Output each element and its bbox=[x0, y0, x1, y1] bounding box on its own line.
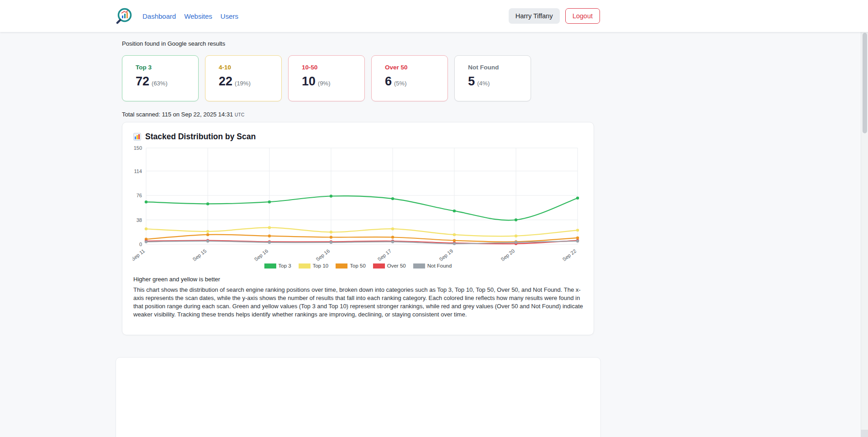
legend-label: Top 10 bbox=[313, 263, 329, 269]
legend-swatch bbox=[336, 263, 347, 269]
stats-cards-row: Top 3 72(63%) 4-10 22(19%) 10-50 10(9%) … bbox=[122, 55, 531, 101]
stat-percent: (63%) bbox=[152, 80, 168, 87]
svg-text:150: 150 bbox=[134, 145, 142, 151]
legend-item[interactable]: Top 10 bbox=[299, 263, 329, 269]
bar-chart-icon bbox=[133, 133, 141, 141]
stat-value: 72 bbox=[136, 74, 149, 88]
svg-text:38: 38 bbox=[137, 217, 142, 223]
nav-dashboard[interactable]: Dashboard bbox=[142, 12, 176, 20]
chart-description: This chart shows the distribution of sea… bbox=[133, 286, 584, 319]
stat-label: 4-10 bbox=[219, 64, 281, 71]
legend-item[interactable]: Not Found bbox=[413, 263, 452, 269]
stat-value-row: 10(9%) bbox=[302, 74, 364, 89]
stat-value-row: 6(5%) bbox=[385, 74, 447, 89]
stat-card-10-50: 10-50 10(9%) bbox=[288, 55, 365, 101]
intro-text: Position found in Google search results bbox=[122, 40, 225, 47]
svg-text:0: 0 bbox=[139, 242, 142, 247]
svg-text:Sep 15: Sep 15 bbox=[191, 248, 207, 261]
stat-value: 5 bbox=[468, 74, 475, 88]
stat-label: Over 50 bbox=[385, 64, 447, 71]
vertical-scrollbar[interactable] bbox=[861, 30, 868, 430]
nav-users[interactable]: Users bbox=[221, 12, 238, 20]
stat-value: 6 bbox=[385, 74, 392, 88]
nav-websites[interactable]: Websites bbox=[184, 12, 212, 20]
brand-logo[interactable] bbox=[115, 7, 133, 25]
user-menu-button[interactable]: Harry Tiffany bbox=[509, 8, 560, 24]
legend-swatch bbox=[413, 263, 425, 269]
stat-card-4-10: 4-10 22(19%) bbox=[205, 55, 282, 101]
chart-title: Stacked Distribution by Scan bbox=[133, 132, 584, 142]
stat-label: Top 3 bbox=[136, 64, 198, 71]
svg-text:Sep 16: Sep 16 bbox=[315, 248, 331, 261]
stat-value: 10 bbox=[302, 74, 316, 88]
legend-label: Over 50 bbox=[387, 263, 406, 269]
svg-text:Sep 17: Sep 17 bbox=[376, 248, 392, 261]
stat-value-row: 5(4%) bbox=[468, 74, 531, 89]
svg-text:Sep 16: Sep 16 bbox=[253, 248, 269, 261]
svg-text:114: 114 bbox=[134, 168, 142, 174]
svg-text:Sep 20: Sep 20 bbox=[500, 248, 516, 261]
app-root: Dashboard Websites Users Harry Tiffany L… bbox=[0, 0, 868, 437]
stat-percent: (4%) bbox=[477, 80, 489, 87]
svg-text:Sep 11: Sep 11 bbox=[132, 248, 146, 261]
stat-card-over50: Over 50 6(5%) bbox=[371, 55, 448, 101]
total-scanned-text: Total scanned: 115 on Sep 22, 2025 14:31… bbox=[122, 111, 244, 118]
svg-text:Sep 22: Sep 22 bbox=[561, 248, 577, 261]
stat-percent: (19%) bbox=[235, 80, 251, 87]
chart-legend: Top 3Top 10Top 50Over 50Not Found bbox=[132, 263, 584, 269]
stat-card-top3: Top 3 72(63%) bbox=[122, 55, 199, 101]
scrollbar-corner bbox=[861, 430, 868, 437]
logout-button[interactable]: Logout bbox=[565, 8, 600, 24]
legend-label: Top 3 bbox=[279, 263, 291, 269]
logo-icon bbox=[115, 7, 133, 25]
stat-percent: (9%) bbox=[318, 80, 330, 87]
top-navbar: Dashboard Websites Users Harry Tiffany L… bbox=[0, 0, 868, 32]
stat-card-not-found: Not Found 5(4%) bbox=[454, 55, 531, 101]
legend-label: Top 50 bbox=[350, 263, 366, 269]
stat-percent: (5%) bbox=[394, 80, 406, 87]
stat-value-row: 22(19%) bbox=[219, 74, 281, 89]
chart-title-text: Stacked Distribution by Scan bbox=[145, 132, 256, 142]
legend-swatch bbox=[373, 263, 385, 269]
total-scanned-timezone: UTC bbox=[235, 112, 244, 117]
chart-card: Stacked Distribution by Scan 03876114150… bbox=[122, 122, 594, 335]
next-section-card bbox=[116, 357, 601, 437]
legend-item[interactable]: Top 3 bbox=[264, 263, 291, 269]
legend-item[interactable]: Top 50 bbox=[336, 263, 366, 269]
stat-value-row: 72(63%) bbox=[136, 74, 198, 89]
legend-swatch bbox=[264, 263, 276, 269]
svg-text:76: 76 bbox=[137, 193, 142, 198]
legend-item[interactable]: Over 50 bbox=[373, 263, 406, 269]
svg-text:Sep 19: Sep 19 bbox=[438, 248, 454, 261]
legend-label: Not Found bbox=[427, 263, 452, 269]
stat-value: 22 bbox=[219, 74, 232, 88]
legend-swatch bbox=[299, 263, 310, 269]
navbar-actions: Harry Tiffany Logout bbox=[509, 0, 600, 32]
chart-note: Higher green and yellow is better bbox=[133, 276, 584, 283]
stat-label: Not Found bbox=[468, 64, 531, 71]
main-nav: Dashboard Websites Users bbox=[142, 0, 238, 32]
line-chart: 03876114150Sep 11Sep 15Sep 16Sep 16Sep 1… bbox=[132, 144, 584, 261]
scrollbar-thumb[interactable] bbox=[863, 33, 867, 133]
stat-label: 10-50 bbox=[302, 64, 364, 71]
total-scanned-value: Total scanned: 115 on Sep 22, 2025 14:31 bbox=[122, 111, 233, 118]
